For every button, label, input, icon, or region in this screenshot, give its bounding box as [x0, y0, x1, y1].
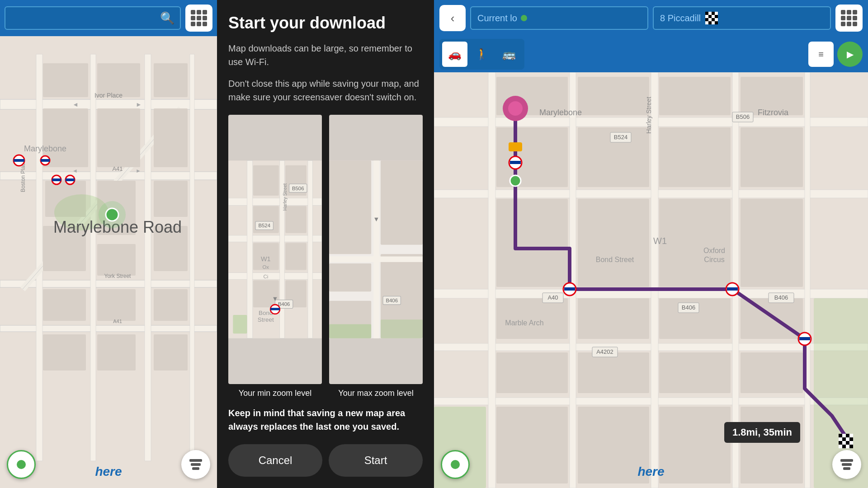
svg-text:Ci: Ci — [263, 274, 268, 279]
gps-active-indicator — [521, 15, 527, 21]
layers-button-left[interactable] — [181, 450, 210, 479]
svg-rect-113 — [741, 127, 803, 187]
svg-rect-80 — [233, 315, 247, 333]
search-box[interactable]: Search for places 🔍 — [5, 6, 181, 30]
location-button-left[interactable] — [7, 450, 36, 479]
svg-text:Circus: Circus — [704, 256, 724, 263]
svg-rect-21 — [97, 244, 136, 276]
svg-rect-173 — [839, 441, 842, 445]
svg-rect-115 — [578, 199, 649, 287]
svg-rect-19 — [154, 181, 188, 217]
svg-text:W1: W1 — [261, 255, 271, 263]
svg-text:◄: ◄ — [72, 168, 78, 174]
svg-rect-28 — [154, 334, 188, 371]
min-zoom-image: B524 B506 B406 Harley Street W1 Ox Ci Bo… — [228, 115, 322, 384]
apps-button-right[interactable] — [835, 5, 863, 32]
svg-rect-118 — [496, 298, 568, 339]
transport-bus-button[interactable]: 🚌 — [496, 42, 522, 67]
svg-rect-159 — [799, 337, 810, 340]
dialog-title: Start your download — [228, 14, 423, 33]
layers-icon-right — [840, 459, 853, 470]
svg-rect-103 — [651, 72, 658, 488]
transport-walk-button[interactable]: 🚶 — [469, 42, 495, 67]
list-icon: ≡ — [818, 49, 824, 60]
svg-rect-116 — [659, 199, 731, 287]
svg-rect-169 — [839, 437, 842, 441]
svg-rect-114 — [496, 199, 568, 287]
svg-rect-25 — [154, 289, 188, 321]
right-navigation-panel: Marylebone Fitzrovia W1 Oxford Circus Ma… — [434, 0, 868, 488]
svg-text:Marylebone: Marylebone — [24, 144, 66, 153]
left-map-panel: Ivor Place Boston Place A41 York Street … — [0, 0, 217, 488]
svg-rect-93 — [329, 324, 371, 338]
back-button[interactable]: ‹ — [439, 5, 466, 31]
transport-car-button[interactable]: 🚗 — [442, 42, 467, 67]
svg-rect-178 — [842, 445, 846, 448]
svg-rect-83 — [329, 160, 371, 254]
svg-rect-107 — [578, 77, 649, 115]
svg-text:A41: A41 — [113, 319, 122, 324]
svg-text:B406: B406 — [682, 304, 695, 311]
svg-rect-89 — [329, 257, 423, 262]
svg-rect-175 — [846, 441, 849, 445]
layers-button-right[interactable] — [832, 450, 861, 479]
min-zoom-preview: B524 B506 B406 Harley Street W1 Ox Ci Bo… — [228, 115, 322, 398]
right-map-svg: Marylebone Fitzrovia W1 Oxford Circus Ma… — [434, 72, 868, 488]
location-button-right[interactable] — [441, 450, 470, 479]
svg-text:B406: B406 — [386, 298, 398, 303]
svg-rect-6 — [90, 54, 96, 461]
svg-text:B506: B506 — [292, 186, 304, 191]
svg-rect-84 — [381, 160, 423, 244]
left-bottom-controls: here — [0, 450, 217, 479]
destination-pill[interactable]: 8 Piccadill — [653, 6, 831, 30]
svg-text:B524: B524 — [614, 134, 627, 141]
max-zoom-image: B406 ▼ — [329, 115, 423, 384]
svg-rect-88 — [373, 160, 379, 338]
svg-rect-176 — [849, 441, 853, 445]
svg-rect-4 — [0, 325, 217, 332]
svg-rect-86 — [329, 263, 371, 291]
svg-rect-101 — [488, 72, 495, 488]
svg-text:B406: B406 — [774, 294, 788, 301]
right-bottom-controls: here — [434, 450, 868, 479]
svg-rect-165 — [839, 434, 842, 437]
max-zoom-label: Your max zoom level — [329, 389, 423, 398]
route-controls: ≡ ▶ — [808, 42, 863, 67]
svg-rect-42 — [66, 178, 75, 181]
svg-text:▼: ▼ — [272, 295, 278, 302]
svg-rect-174 — [842, 441, 846, 445]
svg-rect-5 — [36, 54, 42, 461]
start-navigation-button[interactable]: ▶ — [837, 42, 863, 67]
cancel-button[interactable]: Cancel — [228, 444, 322, 477]
svg-rect-55 — [247, 160, 252, 338]
svg-text:A40: A40 — [547, 294, 558, 301]
svg-text:Bond Street: Bond Street — [596, 256, 634, 263]
svg-rect-170 — [842, 437, 846, 441]
svg-text:A41: A41 — [112, 165, 123, 172]
svg-text:Marble Arch: Marble Arch — [505, 319, 543, 327]
svg-rect-44 — [41, 159, 50, 162]
current-location-pill[interactable]: Current lo — [470, 6, 648, 30]
svg-rect-2 — [0, 172, 217, 180]
route-list-button[interactable]: ≡ — [808, 42, 834, 67]
svg-rect-7 — [145, 54, 151, 461]
svg-rect-1 — [0, 99, 217, 109]
here-logo-right: here — [637, 465, 664, 479]
svg-text:B524: B524 — [258, 223, 270, 228]
svg-text:Ox: Ox — [263, 264, 269, 270]
svg-point-163 — [510, 175, 521, 186]
svg-text:►: ► — [136, 168, 141, 174]
grid-icon — [191, 10, 207, 26]
svg-rect-79 — [270, 308, 280, 310]
apps-button-left[interactable] — [185, 5, 212, 32]
svg-rect-26 — [43, 334, 86, 371]
svg-text:A4202: A4202 — [596, 348, 613, 355]
svg-rect-166 — [842, 434, 846, 437]
here-logo-left: here — [95, 465, 122, 479]
grid-icon-right — [841, 10, 857, 26]
search-input[interactable]: Search for places — [11, 12, 156, 24]
svg-text:Oxford: Oxford — [703, 247, 725, 254]
svg-rect-177 — [839, 445, 842, 448]
dialog-text-wifi: Map downloads can be large, so remember … — [228, 42, 423, 69]
start-button[interactable]: Start — [329, 444, 423, 477]
